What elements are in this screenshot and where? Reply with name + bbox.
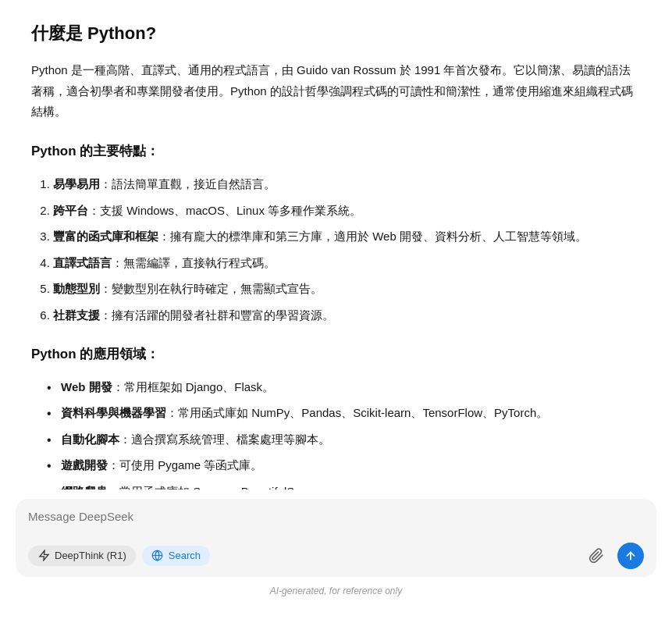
features-list: 易學易用：語法簡單直觀，接近自然語言。 跨平台：支援 Windows、macOS…	[31, 174, 641, 325]
app-item-1: Web 開發：常用框架如 Django、Flask。	[47, 377, 641, 397]
features-heading: Python 的主要特點：	[31, 141, 641, 163]
applications-heading: Python 的應用領域：	[31, 343, 641, 366]
app-term-4: 遊戲開發	[61, 458, 108, 472]
feature-item-4: 直譯式語言：無需編譯，直接執行程式碼。	[53, 253, 641, 273]
message-input[interactable]	[28, 510, 644, 529]
search-label: Search	[169, 550, 201, 561]
deepthink-label: DeepThink (R1)	[55, 550, 126, 561]
app-item-3: 自動化腳本：適合撰寫系統管理、檔案處理等腳本。	[47, 429, 641, 450]
app-term-1: Web 開發	[61, 380, 112, 393]
bottom-bar: DeepThink (R1) Search	[0, 489, 672, 630]
app-item-4: 遊戲開發：可使用 Pygame 等函式庫。	[47, 455, 641, 475]
deepthink-icon	[37, 550, 50, 562]
feature-item-2: 跨平台：支援 Windows、macOS、Linux 等多種作業系統。	[53, 201, 641, 221]
ai-disclaimer: AI-generated, for reference only	[16, 583, 656, 602]
feature-term-5: 動態型別	[53, 282, 100, 295]
right-actions	[583, 543, 644, 569]
intro-paragraph: Python 是一種高階、直譯式、通用的程式語言，由 Guido van Ros…	[31, 60, 641, 122]
attach-button[interactable]	[583, 543, 610, 569]
feature-item-1: 易學易用：語法簡單直觀，接近自然語言。	[53, 174, 641, 194]
svg-marker-0	[39, 550, 48, 561]
feature-item-5: 動態型別：變數型別在執行時確定，無需顯式宣告。	[53, 279, 641, 299]
input-actions: DeepThink (R1) Search	[28, 543, 644, 569]
page-title: 什麼是 Python?	[31, 19, 641, 48]
feature-term-3: 豐富的函式庫和框架	[53, 230, 158, 243]
search-globe-icon	[151, 550, 164, 562]
feature-term-1: 易學易用	[53, 177, 100, 190]
input-container: DeepThink (R1) Search	[16, 499, 656, 577]
app-item-2: 資料科學與機器學習：常用函式庫如 NumPy、Pandas、Scikit-lea…	[47, 403, 641, 423]
send-button[interactable]	[617, 543, 644, 569]
feature-term-4: 直譯式語言	[53, 256, 112, 269]
feature-item-3: 豐富的函式庫和框架：擁有龐大的標準庫和第三方庫，適用於 Web 開發、資料分析、…	[53, 226, 641, 247]
deepthink-button[interactable]: DeepThink (R1)	[28, 546, 136, 566]
search-button[interactable]: Search	[142, 546, 210, 566]
app-term-2: 資料科學與機器學習	[61, 406, 166, 419]
disclaimer-text: AI-generated, for reference only	[270, 586, 402, 596]
feature-term-2: 跨平台	[53, 204, 88, 217]
feature-term-6: 社群支援	[53, 308, 100, 322]
left-actions: DeepThink (R1) Search	[28, 546, 210, 566]
applications-list: Web 開發：常用框架如 Django、Flask。 資料科學與機器學習：常用函…	[31, 377, 641, 502]
app-term-3: 自動化腳本	[61, 432, 119, 446]
feature-item-6: 社群支援：擁有活躍的開發者社群和豐富的學習資源。	[53, 305, 641, 326]
